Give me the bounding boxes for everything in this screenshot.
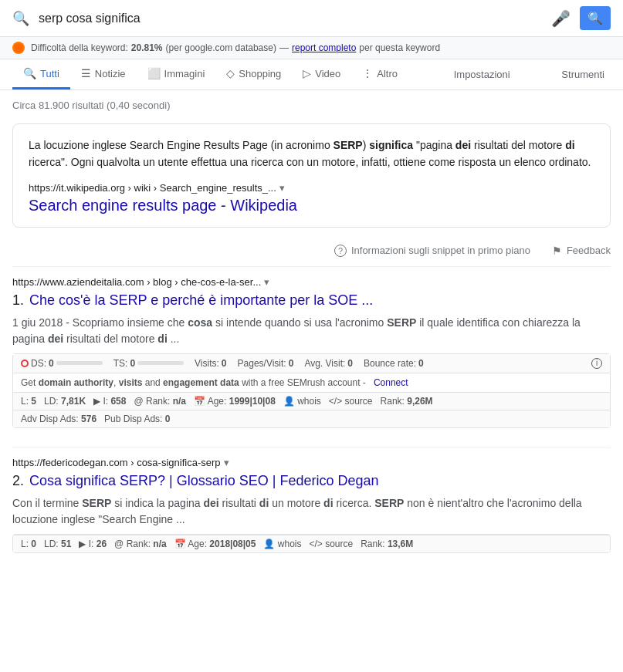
result-1-url-chevron[interactable]: ▾ [264, 276, 269, 288]
notizie-icon: ☰ [81, 67, 91, 79]
semrush-bar-2: L: 0 LD: 51 ▶ I: 26 @ Rank: n/a 📅 Age: 2… [12, 534, 611, 553]
semrush-adv-1: Adv Disp Ads: 576 Pub Disp Ads: 0 [13, 410, 610, 427]
snippet-info-text: Informazioni sugli snippet in primo pian… [351, 245, 530, 256]
semrush-at2-icon: @ [114, 539, 124, 549]
nav-tabs: 🔍 Tutti ☰ Notizie ⬜ Immagini ◇ Shopping … [0, 59, 623, 90]
semrush-logo [12, 42, 25, 54]
semrush-avg-visit: Avg. Visit: 0 [304, 358, 353, 369]
semrush-connect-link[interactable]: Connect [374, 377, 408, 388]
result-1-title-link[interactable]: 1. Che cos'è la SERP e perché è importan… [12, 291, 611, 310]
semrush-age-2: 📅 Age: 2018|08|05 [174, 539, 256, 549]
result-1-url: https://www.aziendeitalia.com › blog › c… [12, 276, 261, 288]
semrush-i-2: ▶ I: 26 [79, 539, 107, 549]
semrush-whois: 👤 whois [283, 396, 321, 407]
snippet-text: La locuzione inglese Search Engine Resul… [29, 137, 594, 171]
semrush-ds-icon [21, 360, 29, 367]
kw-difficulty-sep: — [279, 42, 289, 53]
kw-difficulty-suffix: per questa keyword [359, 42, 440, 53]
search-button[interactable]: 🔍 [580, 6, 611, 30]
tab-video[interactable]: ▷ Video [292, 59, 351, 89]
result-item-1: https://www.aziendeitalia.com › blog › c… [0, 267, 623, 444]
semrush-code2-icon: </> [309, 539, 322, 549]
semrush-rank2: Rank: 9,26M [381, 396, 433, 407]
kw-difficulty-value: 20.81% [131, 42, 163, 53]
semrush-pages-visit: Pages/Visit: 0 [238, 358, 294, 369]
semrush-whois-2: 👤 whois [263, 539, 301, 549]
search-input[interactable] [39, 12, 542, 25]
semrush-adv-disp: Adv Disp Ads: 576 [21, 414, 96, 424]
result-2-url: https://federicodegan.com › cosa-signifi… [12, 457, 221, 468]
semrush-ts-bar [137, 361, 184, 365]
shopping-icon: ◇ [226, 67, 235, 79]
semrush-i2-arrow: ▶ [79, 539, 86, 549]
feedback-link[interactable]: Feedback [567, 245, 611, 256]
snippet-info-icon[interactable]: ? [334, 245, 347, 257]
tab-shopping-label: Shopping [239, 68, 281, 79]
result-1-num: 1. [12, 292, 24, 308]
semrush-cal-icon: 📅 [194, 396, 205, 407]
semrush-person-icon: 👤 [283, 396, 295, 407]
semrush-metrics-2: L: 0 LD: 51 ▶ I: 26 @ Rank: n/a 📅 Age: 2… [13, 535, 610, 552]
semrush-i: ▶ I: 658 [93, 396, 126, 407]
snippet-url-text: https://it.wikipedia.org › wiki › Search… [29, 182, 276, 194]
semrush-top-1: DS: 0 TS: 0 Visits: 0 Pages/Visit: 0 Avg… [13, 354, 610, 373]
semrush-cta-text: Get domain authority, visits and engagem… [21, 377, 366, 388]
tab-shopping[interactable]: ◇ Shopping [215, 59, 292, 89]
semrush-code-icon: </> [329, 396, 342, 407]
semrush-age: 📅 Age: 1999|10|08 [194, 396, 276, 407]
result-1-desc: 1 giu 2018 - Scopriamo insieme che cosa … [12, 315, 611, 347]
result-2-num: 2. [12, 473, 24, 488]
semrush-visits: Visits: 0 [195, 358, 226, 369]
tab-immagini-label: Immagini [164, 68, 205, 79]
voice-icon[interactable]: 🎤 [551, 9, 571, 28]
kw-difficulty-bar: Difficoltà della keyword: 20.81% (per go… [0, 37, 623, 59]
video-icon: ▷ [303, 67, 311, 79]
result-2-url-line: https://federicodegan.com › cosa-signifi… [12, 457, 611, 468]
semrush-pub-disp: Pub Disp Ads: 0 [104, 414, 170, 424]
tab-notizie[interactable]: ☰ Notizie [70, 59, 137, 89]
search-bar: 🔍 🎤 🔍 [0, 0, 623, 37]
semrush-person2-icon: 👤 [263, 539, 275, 549]
snippet-url-chevron[interactable]: ▾ [279, 182, 285, 194]
result-item-2: https://federicodegan.com › cosa-signifi… [0, 447, 623, 569]
tutti-icon: 🔍 [23, 67, 36, 79]
semrush-ld: LD: 7,81K [44, 396, 86, 407]
semrush-at-icon: @ [134, 396, 143, 407]
tab-video-label: Video [315, 68, 340, 79]
result-2-desc: Con il termine SERP si indica la pagina … [12, 495, 611, 528]
semrush-l: L: 5 [21, 396, 36, 407]
kw-difficulty-detail: (per google.com database) [166, 42, 276, 53]
tab-tutti-label: Tutti [40, 68, 59, 79]
semrush-rank2-2: Rank: 13,6M [361, 539, 413, 549]
result-2-title-link[interactable]: 2. Cosa significa SERP? | Glossario SEO … [12, 471, 611, 491]
nav-tools[interactable]: Strumenti [555, 61, 611, 88]
tab-altro-label: Altro [377, 68, 398, 79]
altro-icon: ⋮ [362, 67, 373, 79]
featured-snippet: La locuzione inglese Search Engine Resul… [12, 123, 611, 228]
snippet-url-line: https://it.wikipedia.org › wiki › Search… [29, 182, 594, 194]
semrush-bar-1: DS: 0 TS: 0 Visits: 0 Pages/Visit: 0 Avg… [12, 353, 611, 428]
snippet-footer: ? Informazioni sugli snippet in primo pi… [0, 240, 623, 266]
kw-difficulty-prefix: Difficoltà della keyword: [31, 42, 128, 53]
semrush-info-icon[interactable]: i [591, 358, 602, 369]
nav-settings[interactable]: Impostazioni [448, 61, 516, 88]
results-count: Circa 81.900 risultati (0,40 secondi) [0, 90, 623, 117]
semrush-ts: TS: 0 [113, 358, 184, 369]
tab-immagini[interactable]: ⬜ Immagini [137, 59, 216, 89]
tab-tutti[interactable]: 🔍 Tutti [12, 59, 70, 89]
semrush-source-2: </> source [309, 539, 353, 549]
search-icon: 🔍 [12, 10, 29, 27]
semrush-ds-bar [56, 361, 103, 365]
result-2-url-chevron[interactable]: ▾ [224, 457, 229, 468]
tab-altro[interactable]: ⋮ Altro [351, 59, 408, 89]
semrush-i-arrow: ▶ [93, 396, 100, 407]
semrush-cal2-icon: 📅 [174, 539, 186, 549]
snippet-title-link[interactable]: Search engine results page - Wikipedia [29, 197, 297, 214]
semrush-bounce: Bounce rate: 0 [364, 358, 424, 369]
semrush-rank-2: @ Rank: n/a [114, 539, 167, 549]
immagini-icon: ⬜ [147, 67, 161, 79]
result-1-date: 1 giu 2018 [12, 316, 63, 329]
tab-notizie-label: Notizie [95, 68, 126, 79]
kw-report-link[interactable]: report completo [292, 42, 356, 53]
semrush-source: </> source [329, 396, 373, 407]
